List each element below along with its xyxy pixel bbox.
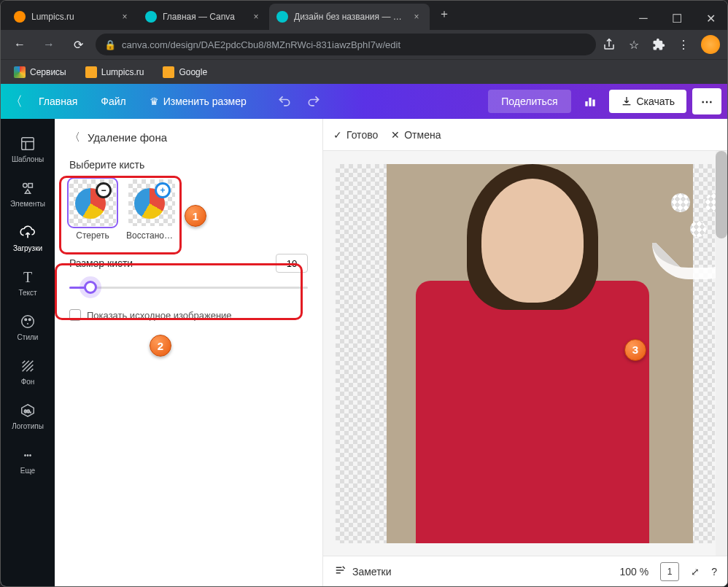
new-tab-button[interactable]: ＋ — [434, 4, 454, 24]
chevron-left-icon: 〈 — [69, 131, 80, 144]
svg-line-16 — [31, 369, 34, 372]
back-button[interactable]: ← — [8, 33, 31, 56]
rail-label: Стили — [18, 333, 39, 341]
canvas-footer: Заметки 100 % 1 ⤢ ? — [323, 556, 727, 586]
cancel-button[interactable]: ✕ Отмена — [391, 129, 441, 141]
canvas-area: ✓ Готово ✕ Отмена — [323, 119, 727, 586]
vertical-scrollbar[interactable] — [716, 151, 727, 556]
panel-back-button[interactable]: 〈 Удаление фона — [69, 131, 308, 144]
home-link[interactable]: Главная — [28, 90, 88, 113]
address-bar: ← → ⟳ 🔒 canva.com/design/DAE2pdcCbu8/8MZ… — [1, 30, 727, 59]
download-button[interactable]: Скачать — [609, 90, 687, 113]
rail-logos[interactable]: co. Логотипы — [1, 394, 55, 438]
brush-erase-label: Стереть — [76, 230, 109, 241]
brush-size-input[interactable]: 10 — [276, 254, 308, 273]
done-button[interactable]: ✓ Готово — [333, 129, 378, 141]
annotation-badge-2: 2 — [150, 335, 171, 357]
help-icon[interactable]: ? — [711, 566, 717, 578]
brush-size-slider[interactable] — [69, 280, 308, 295]
svg-text:co.: co. — [24, 408, 31, 414]
file-menu[interactable]: Файл — [90, 90, 136, 113]
browser-tab-active[interactable]: Дизайн без названия — 1200 × — [269, 4, 430, 30]
browser-tab[interactable]: Lumpics.ru × — [7, 4, 138, 30]
favicon-icon — [276, 11, 288, 23]
cancel-label: Отмена — [404, 129, 441, 141]
minimize-button[interactable]: ─ — [627, 7, 660, 30]
elements-icon — [19, 179, 36, 197]
rail-elements[interactable]: Элементы — [1, 172, 55, 215]
close-icon[interactable]: × — [411, 11, 422, 23]
brush-restore-option[interactable]: + Восстанови... — [126, 179, 177, 241]
bookmark-label: Lumpics.ru — [101, 67, 144, 77]
rail-text[interactable]: T Текст — [1, 261, 55, 304]
notes-button[interactable]: Заметки — [333, 564, 392, 579]
annotation-badge-3: 3 — [624, 339, 646, 361]
redo-button[interactable] — [301, 88, 327, 114]
text-icon: T — [19, 268, 36, 286]
favicon-icon — [145, 11, 157, 23]
show-original-checkbox[interactable]: Показать исходное изображение — [69, 309, 308, 321]
svg-point-6 — [23, 184, 27, 188]
resize-label: Изменить размер — [163, 96, 247, 107]
tab-title: Главная — Canva — [163, 12, 244, 22]
brush-restore-thumb: + — [128, 179, 175, 226]
close-icon[interactable]: × — [119, 11, 131, 23]
rail-label: Текст — [18, 289, 36, 297]
rail-background[interactable]: Фон — [1, 350, 55, 393]
done-label: Готово — [346, 129, 378, 141]
more-options-button[interactable]: ⋯ — [692, 88, 721, 114]
cancel-icon: ✕ — [391, 129, 400, 141]
extensions-icon[interactable] — [651, 37, 666, 52]
analytics-icon[interactable] — [577, 88, 603, 114]
canvas-image[interactable]: 3 — [336, 164, 715, 543]
bookmark-item[interactable]: Lumpics.ru — [81, 63, 149, 81]
canvas-viewport[interactable]: 3 ︿ — [323, 151, 727, 556]
share-url-icon[interactable] — [602, 37, 616, 52]
fullscreen-icon[interactable]: ⤢ — [691, 566, 700, 578]
styles-icon — [19, 313, 36, 330]
checkbox-icon — [69, 309, 81, 321]
more-icon: ••• — [19, 446, 36, 464]
background-icon — [19, 357, 36, 375]
page-indicator[interactable]: 1 — [660, 562, 679, 581]
check-icon: ✓ — [333, 129, 342, 141]
maximize-button[interactable]: ☐ — [660, 7, 694, 30]
back-home-icon[interactable]: 〈 — [7, 93, 26, 110]
rail-templates[interactable]: Шаблоны — [1, 128, 55, 171]
rail-label: Логотипы — [12, 422, 44, 430]
reload-button[interactable]: ⟳ — [66, 33, 90, 56]
zoom-level[interactable]: 100 % — [620, 566, 649, 578]
brush-restore-label: Восстанови... — [126, 230, 177, 241]
apps-shortcut[interactable]: Сервисы — [9, 63, 71, 81]
choose-brush-label: Выберите кисть — [69, 159, 308, 171]
undo-button[interactable] — [271, 88, 298, 114]
brush-erase-option[interactable]: − Стереть — [69, 179, 116, 241]
close-icon[interactable]: × — [250, 11, 262, 23]
slider-thumb[interactable] — [84, 281, 97, 294]
annotation-badge-1: 1 — [185, 205, 206, 227]
browser-menu-icon[interactable]: ⋮ — [676, 37, 691, 52]
profile-avatar[interactable] — [701, 35, 720, 54]
brush-erase-thumb: − — [69, 179, 116, 226]
rail-uploads[interactable]: Загрузки — [1, 217, 55, 260]
bookmark-label: Сервисы — [30, 67, 66, 77]
lock-icon: 🔒 — [104, 39, 116, 50]
svg-rect-7 — [28, 184, 32, 188]
uploads-icon — [19, 224, 36, 241]
bookmark-star-icon[interactable]: ☆ — [627, 37, 641, 52]
svg-line-14 — [23, 361, 26, 364]
rail-styles[interactable]: Стили — [1, 306, 55, 349]
bookmark-item[interactable]: Google — [158, 63, 212, 81]
url-input[interactable]: 🔒 canva.com/design/DAE2pdcCbu8/8MZnRWci-… — [96, 34, 596, 55]
url-text: canva.com/design/DAE2pdcCbu8/8MZnRWci-83… — [122, 39, 400, 50]
folder-icon — [85, 66, 97, 78]
svg-marker-8 — [25, 190, 30, 194]
rail-more[interactable]: ••• Еще — [1, 439, 55, 482]
close-window-button[interactable]: ✕ — [694, 7, 727, 30]
forward-button[interactable]: → — [37, 33, 61, 56]
browser-tab[interactable]: Главная — Canva × — [138, 4, 269, 30]
resize-menu[interactable]: ♛ Изменить размер — [139, 90, 257, 113]
templates-icon — [19, 135, 36, 152]
share-button[interactable]: Поделиться — [488, 90, 570, 113]
svg-point-9 — [22, 316, 34, 328]
